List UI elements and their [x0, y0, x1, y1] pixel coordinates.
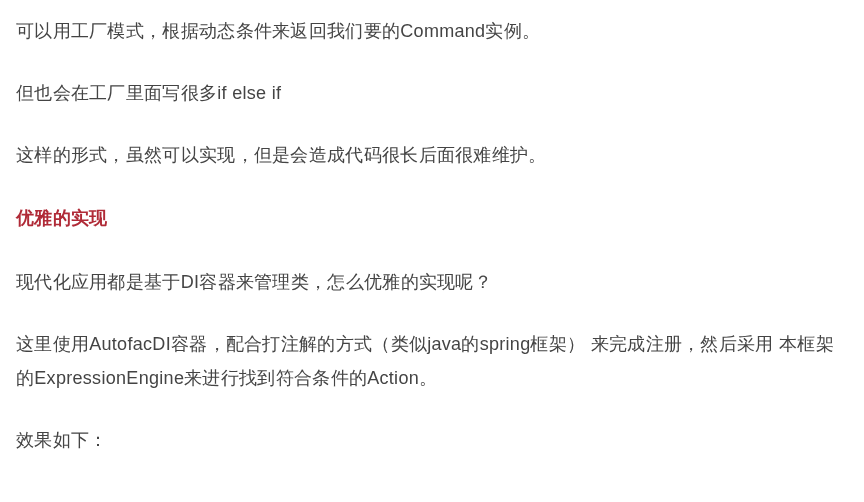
paragraph-factory-pattern: 可以用工厂模式，根据动态条件来返回我们要的Command实例。 — [16, 14, 848, 48]
paragraph-result-label: 效果如下： — [16, 423, 848, 457]
paragraph-maintain-issue: 这样的形式，虽然可以实现，但是会造成代码很长后面很难维护。 — [16, 138, 848, 172]
section-heading-elegant: 优雅的实现 — [16, 201, 848, 235]
paragraph-autofac: 这里使用AutofacDI容器，配合打注解的方式（类似java的spring框架… — [16, 327, 848, 395]
paragraph-if-else: 但也会在工厂里面写很多if else if — [16, 76, 848, 110]
paragraph-di-container: 现代化应用都是基于DI容器来管理类，怎么优雅的实现呢？ — [16, 265, 848, 299]
